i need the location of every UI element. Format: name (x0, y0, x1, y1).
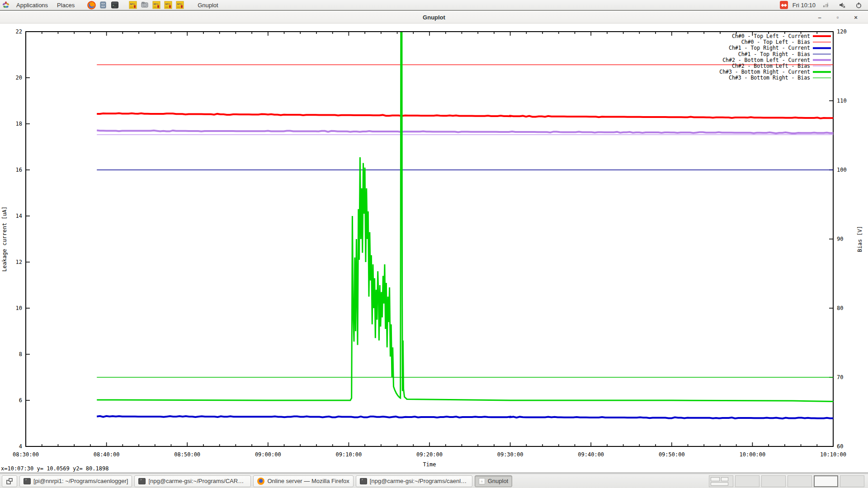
terminal-icon[interactable]: >_ (110, 0, 119, 9)
midas-icon[interactable]: Midas (128, 0, 137, 9)
x-axis-label: Time (423, 461, 436, 468)
firefox-icon (257, 478, 264, 485)
y-right-tick-label: 70 (837, 374, 843, 380)
gnuplot-canvas[interactable]: 08:30:0008:40:0008:50:0009:00:0009:10:00… (0, 23, 868, 473)
task-button-0[interactable]: › [pi@nnrpi1: ~/Programs/caenlogger] (19, 475, 132, 487)
power-icon[interactable] (854, 0, 863, 9)
show-desktop-button[interactable] (2, 475, 17, 487)
x-tick-label: 09:50:00 (659, 451, 685, 458)
svg-text:idas: idas (168, 3, 170, 5)
task-button-1[interactable]: › [npg@carme-gsi:~/Programs/CARME… (134, 475, 251, 487)
legend-label: Ch#0 - Top Left - Bias (741, 39, 810, 45)
task-button-label: [npg@carme-gsi:~/Programs/CARME… (148, 478, 247, 484)
clock[interactable]: Fri 10:10 (793, 2, 816, 9)
svg-text:idas: idas (179, 3, 182, 5)
x-tick-label: 08:50:00 (174, 451, 200, 458)
task-button-4[interactable]: ▵ Gnuplot (475, 475, 513, 487)
notification-icon[interactable]: ◆◆ (780, 1, 788, 9)
workspace-switcher (709, 475, 866, 487)
workspace-3[interactable] (761, 475, 786, 487)
y-left-tick-label: 20 (16, 75, 22, 81)
series-4 (97, 130, 833, 133)
gnuplot-titlebar[interactable]: Gnuplot – ▫ × (0, 12, 868, 23)
x-tick-label: 08:30:00 (13, 451, 39, 458)
y-right-tick-label: 80 (837, 305, 843, 311)
legend-label: Ch#3 - Bottom Right - Current (719, 69, 810, 75)
terminal-icon: › (24, 478, 31, 484)
window-controls: – ▫ × (816, 14, 860, 22)
x-tick-label: 09:00:00 (255, 451, 281, 458)
y-left-tick-label: 6 (19, 397, 22, 404)
y-right-tick-label: 100 (837, 167, 847, 173)
legend-label: Ch#0 - Top Left - Current (732, 33, 810, 39)
svg-text:?: ? (826, 4, 828, 8)
y-right-tick-label: 110 (837, 98, 847, 104)
plot[interactable]: 08:30:0008:40:0008:50:0009:00:0009:10:00… (0, 23, 868, 473)
y-left-axis-label: Leakage current [uA] (1, 206, 8, 272)
window-title: Gnuplot (0, 14, 868, 21)
x-tick-label: 09:40:00 (578, 451, 604, 458)
series-6 (97, 33, 833, 402)
y-left-tick-label: 16 (16, 167, 22, 173)
workspace-6[interactable] (840, 475, 864, 487)
active-app-menu[interactable]: Gnuplot (193, 0, 223, 10)
y-left-tick-label: 4 (19, 443, 22, 450)
workspace-1[interactable] (709, 475, 733, 487)
workspace-4[interactable] (788, 475, 812, 487)
y-left-tick-label: 18 (16, 121, 22, 127)
task-button-label: Gnuplot (488, 478, 509, 484)
midas-icon[interactable]: Midas (164, 0, 173, 9)
svg-text:>_: >_ (113, 4, 116, 7)
minimize-button[interactable]: – (816, 14, 824, 22)
y-right-tick-label: 90 (837, 236, 843, 242)
gnuplot-icon: ▵ (479, 478, 485, 484)
close-button[interactable]: × (852, 14, 860, 22)
legend-label: Ch#2 - Bottom Left - Current (722, 57, 810, 63)
task-button-label: [pi@nnrpi1: ~/Programs/caenlogger] (33, 478, 128, 484)
x-tick-label: 10:00:00 (740, 451, 766, 458)
firefox-icon[interactable] (87, 0, 96, 9)
midas-icon[interactable]: Midas (175, 0, 184, 9)
terminal-icon: › (138, 478, 146, 484)
x-tick-label: 09:10:00 (336, 451, 362, 458)
workspace-5[interactable] (814, 475, 838, 487)
terminal-icon: › (360, 478, 367, 484)
top-panel: Applications Places >_ MidasMidasMidasMi… (0, 0, 868, 11)
x-tick-label: 08:40:00 (94, 451, 120, 458)
task-button-3[interactable]: › [npg@carme-gsi:~/Programs/caenlo… (356, 475, 472, 487)
task-button-label: [npg@carme-gsi:~/Programs/caenlo… (370, 478, 468, 484)
y-right-axis-label: Bias [V] (857, 226, 863, 252)
midas-icon[interactable]: Midas (152, 0, 161, 9)
panel-launchers-midas: MidasMidasMidasMidas (127, 0, 186, 9)
y-left-tick-label: 8 (19, 351, 22, 357)
main-menu-icon[interactable] (1, 0, 10, 9)
y-left-tick-label: 10 (16, 305, 22, 311)
y-right-tick-label: 60 (837, 443, 843, 450)
svg-text:idas: idas (132, 3, 135, 5)
series-0 (97, 113, 833, 119)
svg-text:idas: idas (156, 3, 159, 5)
x-tick-label: 09:30:00 (497, 451, 524, 458)
camera-icon[interactable] (140, 0, 149, 9)
y-left-tick-label: 22 (16, 28, 22, 35)
y-left-tick-label: 12 (16, 259, 22, 265)
maximize-button[interactable]: ▫ (834, 14, 842, 22)
places-menu[interactable]: Places (52, 0, 79, 10)
network-icon[interactable]: ? (821, 0, 830, 9)
cursor-readout: x=10:07:30 y= 10.0569 y2= 80.1898 (1, 465, 108, 472)
y-left-tick-label: 14 (16, 213, 22, 219)
file-manager-icon[interactable] (99, 0, 108, 9)
applications-menu[interactable]: Applications (12, 0, 52, 10)
places-menu-label: Places (57, 2, 75, 9)
x-tick-label: 10:10:00 (820, 451, 846, 458)
volume-muted-icon[interactable] (838, 0, 847, 9)
workspace-2[interactable] (735, 475, 760, 487)
task-button-2[interactable]: Online server — Mozilla Firefox (253, 475, 353, 487)
legend-label: Ch#1 - Top Right - Bias (738, 51, 810, 57)
panel-launchers: >_ (85, 0, 121, 9)
active-app-label: Gnuplot (198, 2, 218, 9)
legend-label: Ch#3 - Bottom Right - Bias (729, 75, 810, 81)
applications-menu-label: Applications (16, 2, 48, 9)
legend-label: Ch#1 - Top Right - Current (729, 45, 810, 51)
y-right-tick-label: 120 (837, 28, 847, 35)
